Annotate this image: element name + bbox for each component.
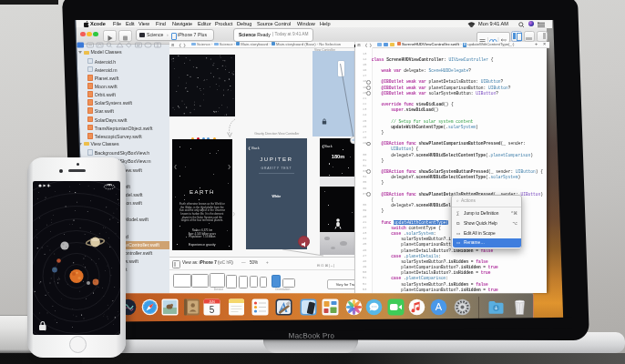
svg-text:A: A [435,301,442,312]
svg-text:JUN: JUN [209,299,215,303]
svg-text:5: 5 [209,304,214,314]
